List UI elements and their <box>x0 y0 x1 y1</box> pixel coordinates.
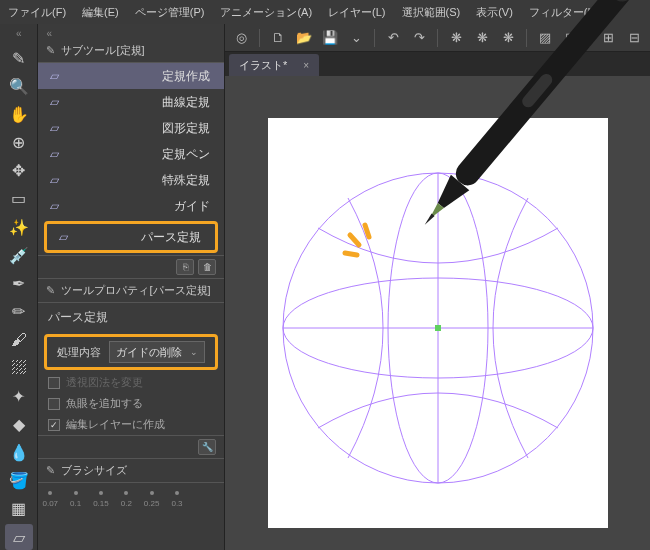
menu-anim[interactable]: アニメーション(A) <box>220 5 312 20</box>
document-tab[interactable]: イラスト* × <box>229 54 319 76</box>
tool-property-actions: 🔧 <box>38 435 224 459</box>
menu-view[interactable]: 表示(V) <box>476 5 513 20</box>
checkbox-add-fisheye[interactable]: 魚眼を追加する <box>38 393 224 414</box>
operation-icon[interactable]: ⊕ <box>5 130 33 156</box>
brush-size-list: 0.07 0.1 0.15 0.2 0.25 0.3 <box>38 483 224 516</box>
ruler-icon: ▱ <box>46 68 62 84</box>
open-icon[interactable]: 📂 <box>294 28 314 48</box>
chevron-down-icon[interactable]: ⌄ <box>346 28 366 48</box>
close-icon[interactable]: × <box>303 60 309 71</box>
save-icon[interactable]: 💾 <box>320 28 340 48</box>
pencil-small-icon: ✎ <box>46 464 55 477</box>
brush-size-item[interactable]: 0.07 <box>42 491 58 508</box>
ruler-icon: ▱ <box>46 198 62 214</box>
perspective-sphere <box>278 158 598 498</box>
marquee-icon[interactable]: ▭ <box>5 186 33 212</box>
brush-icon[interactable]: 🖌 <box>5 327 33 353</box>
checkbox-create-in-edit-layer[interactable]: ✓ 編集レイヤーに作成 <box>38 414 224 435</box>
tool-property-subtitle: パース定規 <box>38 303 224 332</box>
pencil-small-icon: ✎ <box>46 284 55 297</box>
subtool-label: 曲線定規 <box>70 94 216 111</box>
airbrush-icon[interactable]: ⛆ <box>5 355 33 381</box>
snap1-icon[interactable]: ⊞ <box>598 28 618 48</box>
outside-icon[interactable]: ▣ <box>561 28 581 48</box>
spin3-icon[interactable]: ❋ <box>498 28 518 48</box>
ruler-tool-icon[interactable]: ▱ <box>5 524 33 550</box>
magnify-icon[interactable]: 🔍 <box>5 73 33 99</box>
subtool-item-guide[interactable]: ▱ ガイド <box>38 193 224 219</box>
tool-property-title: ツールプロパティ[パース定規] <box>61 283 210 298</box>
checkbox-icon: ✓ <box>48 419 60 431</box>
canvas-viewport[interactable] <box>225 76 650 550</box>
pencil-icon[interactable]: ✎ <box>5 45 33 71</box>
canvas-area: ◎ 🗋 📂 💾 ⌄ ↶ ↷ ❋ ❋ ❋ ▨ ▣ ⊞ ⊟ イラスト* × <box>225 24 650 550</box>
menu-file[interactable]: ファイル(F) <box>8 5 66 20</box>
collapse-panel-icon[interactable]: « <box>38 28 224 39</box>
menu-page[interactable]: ページ管理(P) <box>135 5 205 20</box>
ruler-icon: ▱ <box>46 146 62 162</box>
move-icon[interactable]: ✥ <box>5 158 33 184</box>
pencil2-icon[interactable]: ✏ <box>5 299 33 325</box>
eyedropper-icon[interactable]: 💉 <box>5 242 33 268</box>
checkbox-icon <box>48 398 60 410</box>
process-content-dropdown[interactable]: ガイドの削除 ⌄ <box>109 341 205 363</box>
hand-icon[interactable]: ✋ <box>5 101 33 127</box>
subtool-label: 特殊定規 <box>70 172 216 189</box>
blend-icon[interactable]: 💧 <box>5 439 33 465</box>
subtool-item-curve-ruler[interactable]: ▱ 曲線定規 <box>38 89 224 115</box>
tool-property-header: ✎ ツールプロパティ[パース定規] <box>38 279 224 303</box>
pen-icon[interactable]: ✒ <box>5 270 33 296</box>
subtool-item-shape-ruler[interactable]: ▱ 図形定規 <box>38 115 224 141</box>
highlight-perspective-ruler: ▱ パース定規 <box>44 221 218 253</box>
brush-size-item[interactable]: 0.3 <box>171 491 182 508</box>
new-icon[interactable]: 🗋 <box>268 28 288 48</box>
tool-strip: « ✎ 🔍 ✋ ⊕ ✥ ▭ ✨ 💉 ✒ ✏ 🖌 ⛆ ✦ ◆ 💧 🪣 ▦ ▱ <box>0 24 38 550</box>
menu-layer[interactable]: レイヤー(L) <box>328 5 385 20</box>
menu-select[interactable]: 選択範囲(S) <box>402 5 461 20</box>
tab-label: イラスト* <box>239 58 287 73</box>
brush-size-item[interactable]: 0.2 <box>121 491 132 508</box>
undo-icon[interactable]: ↶ <box>383 28 403 48</box>
spin2-icon[interactable]: ❋ <box>472 28 492 48</box>
copy-subtool-icon[interactable]: ⎘ <box>176 259 194 275</box>
spin1-icon[interactable]: ❋ <box>446 28 466 48</box>
menu-filter[interactable]: フィルター(I) <box>529 5 594 20</box>
wrench-icon[interactable]: 🔧 <box>198 439 216 455</box>
menu-edit[interactable]: 編集(E) <box>82 5 119 20</box>
fill-icon[interactable]: 🪣 <box>5 468 33 494</box>
subtool-item-create-ruler[interactable]: ▱ 定規作成 <box>38 63 224 89</box>
deco-icon[interactable]: ✦ <box>5 383 33 409</box>
brush-size-title: ブラシサイズ <box>61 463 127 478</box>
redo-icon[interactable]: ↷ <box>409 28 429 48</box>
clear-icon[interactable]: ▨ <box>535 28 555 48</box>
checkbox-label: 透視図法を変更 <box>66 375 143 390</box>
clip-studio-icon[interactable]: ◎ <box>231 28 251 48</box>
ruler-icon: ▱ <box>46 120 62 136</box>
canvas-paper[interactable] <box>268 118 608 528</box>
subtool-label: 定規作成 <box>70 68 216 85</box>
wand-icon[interactable]: ✨ <box>5 214 33 240</box>
subtool-label: ガイド <box>70 198 216 215</box>
subtool-item-ruler-pen[interactable]: ▱ 定規ペン <box>38 141 224 167</box>
ruler-icon: ▱ <box>46 94 62 110</box>
checkbox-change-perspective: 透視図法を変更 <box>38 372 224 393</box>
brush-size-item[interactable]: 0.15 <box>93 491 109 508</box>
frame-icon[interactable]: ▦ <box>5 496 33 522</box>
delete-subtool-icon[interactable]: 🗑 <box>198 259 216 275</box>
brush-size-item[interactable]: 0.25 <box>144 491 160 508</box>
svg-rect-5 <box>435 325 441 331</box>
pencil-small-icon: ✎ <box>46 44 55 57</box>
subtool-panel: « ✎ サブツール[定規] ▱ 定規作成 ▱ 曲線定規 ▱ 図形定規 ▱ 定規ペ… <box>38 24 225 550</box>
snap2-icon[interactable]: ⊟ <box>624 28 644 48</box>
eraser-icon[interactable]: ◆ <box>5 411 33 437</box>
menu-bar: ファイル(F) 編集(E) ページ管理(P) アニメーション(A) レイヤー(L… <box>0 0 650 24</box>
subtool-label: 定規ペン <box>70 146 216 163</box>
tab-row: イラスト* × <box>225 52 650 76</box>
process-content-row: 処理内容 ガイドの削除 ⌄ <box>47 337 215 367</box>
brush-size-item[interactable]: 0.1 <box>70 491 81 508</box>
subtool-item-perspective-ruler[interactable]: ▱ パース定規 <box>47 224 215 250</box>
chevron-down-icon: ⌄ <box>190 347 198 357</box>
collapse-icon[interactable]: « <box>16 28 22 39</box>
subtool-item-special-ruler[interactable]: ▱ 特殊定規 <box>38 167 224 193</box>
canvas-toolbar: ◎ 🗋 📂 💾 ⌄ ↶ ↷ ❋ ❋ ❋ ▨ ▣ ⊞ ⊟ <box>225 24 650 52</box>
